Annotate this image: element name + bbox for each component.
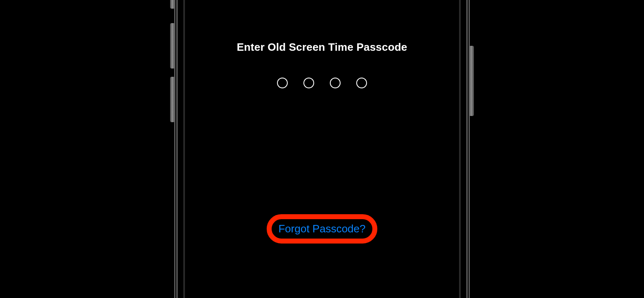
forgot-passcode-button[interactable]: Forgot Passcode?: [278, 222, 365, 235]
passcode-dot-2: [303, 78, 314, 88]
passcode-dot-1: [277, 78, 288, 88]
passcode-dot-4: [356, 78, 367, 88]
passcode-prompt-title: Enter Old Screen Time Passcode: [189, 41, 455, 54]
mute-switch[interactable]: [170, 0, 175, 9]
passcode-dots[interactable]: [189, 78, 455, 88]
side-power-button[interactable]: [469, 46, 474, 116]
phone-device-frame: Enter Old Screen Time Passcode Forgot Pa…: [178, 0, 466, 298]
phone-screen: Enter Old Screen Time Passcode Forgot Pa…: [189, 0, 455, 298]
tutorial-highlight-ring: Forgot Passcode?: [267, 214, 377, 244]
volume-up-button[interactable]: [170, 23, 175, 69]
phone-bezel: Enter Old Screen Time Passcode Forgot Pa…: [178, 0, 466, 298]
volume-down-button[interactable]: [170, 77, 175, 122]
passcode-dot-3: [330, 78, 341, 88]
